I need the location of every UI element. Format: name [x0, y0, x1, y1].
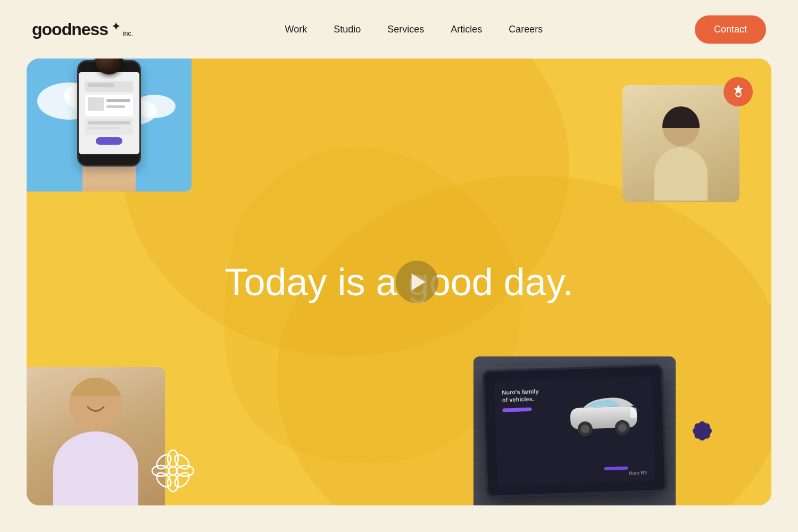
nav-careers[interactable]: Careers: [509, 24, 543, 35]
svg-point-27: [172, 470, 192, 490]
flower-decoration: [684, 412, 721, 450]
contact-button[interactable]: Contact: [695, 15, 766, 44]
svg-rect-13: [106, 105, 125, 108]
nav-studio[interactable]: Studio: [334, 24, 361, 35]
tablet-image: Nuro's familyof vehicles.: [473, 356, 676, 505]
nav-services[interactable]: Services: [387, 24, 424, 35]
logo[interactable]: goodness✦inc.: [32, 20, 133, 39]
phone-mockup: [77, 60, 141, 167]
header: goodness✦inc. Work Studio Services Artic…: [0, 0, 798, 59]
nav-work[interactable]: Work: [285, 24, 307, 35]
svg-rect-15: [88, 121, 130, 124]
svg-rect-12: [106, 99, 130, 102]
svg-point-52: [698, 427, 706, 435]
svg-rect-16: [88, 127, 120, 129]
smile-icon: [730, 84, 747, 101]
svg-point-24: [154, 452, 174, 472]
svg-rect-9: [88, 83, 114, 87]
hero-section: Today is a good day.: [27, 59, 771, 505]
nuro-car-svg: [562, 392, 649, 440]
logo-star-icon: ✦: [111, 20, 121, 34]
smile-face: [69, 378, 122, 430]
phone-screen-content: [82, 79, 136, 148]
svg-point-25: [172, 452, 192, 472]
main-nav: Work Studio Services Articles Careers: [285, 24, 543, 35]
logo-inc: inc.: [123, 30, 133, 37]
svg-point-26: [154, 470, 174, 490]
svg-point-19: [169, 467, 177, 475]
play-button[interactable]: [396, 261, 438, 303]
person-top-right-image: [622, 85, 739, 202]
svg-rect-43: [630, 408, 637, 418]
flower-outline-decoration: [149, 447, 197, 495]
tablet-title-text: Nuro's familyof vehicles.: [502, 387, 545, 404]
logo-text: goodness: [32, 20, 108, 39]
person-bottom-left-image: [27, 367, 165, 505]
tablet-model-label: Nuro R3: [629, 470, 647, 476]
svg-rect-17: [96, 137, 122, 145]
nav-articles[interactable]: Articles: [451, 24, 482, 35]
smile-badge: [724, 77, 753, 106]
phone-oreo-image: [27, 59, 192, 192]
svg-rect-11: [88, 97, 104, 111]
